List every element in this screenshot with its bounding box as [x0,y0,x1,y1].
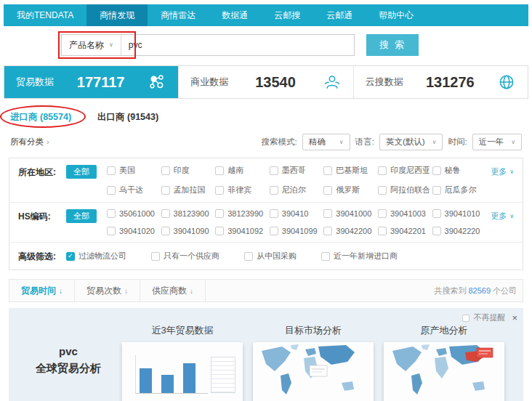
card-origin-analysis[interactable]: 原产地分析 [384,324,504,401]
tab-exporters[interactable]: 出口商 (91543) [97,111,158,123]
tendata-page: 我的TENDATA 商情发现 商情雷达 数据通 云邮搜 云邮通 帮助中心 产品名… [0,4,532,401]
search-input[interactable] [121,35,354,55]
tab-label: 进口商 (85574) [10,112,71,122]
advanced-option-sourced-from-china[interactable]: 从中国采购 [244,251,297,262]
nav-item-cloud-mail-search[interactable]: 云邮搜 [261,4,313,26]
search-button[interactable]: 搜 索 [366,34,419,56]
hs-code-more-link[interactable]: 更多 [491,209,514,222]
time-select[interactable]: 近一年 [472,134,522,150]
nav-item-business-discovery[interactable]: 商情发现 [86,4,148,26]
hs-code-option[interactable]: 39041090 [161,227,213,235]
chart-y-axis [135,355,136,394]
option-label: 过滤物流公司 [78,251,126,262]
checkbox-icon [270,227,278,235]
region-option[interactable]: 美国 [107,165,158,176]
option-label: 39041000 [336,209,371,218]
hs-code-option[interactable]: 39041020 [107,227,158,235]
region-option[interactable]: 菲律宾 [215,185,267,195]
advanced-option-single-supplier[interactable]: 只有一个供应商 [151,251,219,262]
region-option[interactable]: 乌干达 [107,185,158,195]
sort-label: 供应商数 [152,285,187,296]
search-field-type-select[interactable]: 产品名称 [62,35,121,55]
hs-code-option[interactable]: 39041003 [378,209,430,218]
advanced-options: 过滤物流公司 只有一个供应商 从中国采购 近一年新增进口商 [66,249,514,262]
nav-item-help-center[interactable]: 帮助中心 [366,4,427,26]
region-option[interactable]: 秘鲁 [432,165,484,176]
option-label: 从中国采购 [257,251,297,262]
hs-code-option[interactable]: 39041099 [270,227,321,235]
hs-code-option[interactable]: 38123900 [161,209,213,218]
region-option[interactable]: 尼泊尔 [270,185,321,195]
checkbox-icon [107,186,116,195]
chart-x-axis [135,393,208,394]
dismiss-reminder[interactable]: 不再提醒 × [462,312,517,323]
stat-label: 贸易数据 [16,76,54,89]
chevron-down-icon [509,214,514,219]
close-icon[interactable]: × [512,313,517,323]
region-option[interactable]: 巴基斯坦 [323,165,375,176]
option-label: 近一年新增进口商 [334,251,398,262]
nav-item-business-radar[interactable]: 商情雷达 [148,4,209,26]
region-all-button[interactable]: 全部 [66,165,97,179]
sort-supplier-count[interactable]: 供应商数 [140,280,206,302]
advanced-option-new-importers[interactable]: 近一年新增进口商 [321,251,398,262]
filter-panel: 所在地区: 全部 美国 印度 越南 墨西哥 巴基斯坦 印度尼西亚 秘鲁 乌干达 … [9,158,523,270]
option-label: 印度 [174,165,190,176]
hs-code-option[interactable]: 39042220 [432,227,484,235]
chevron-down-icon [109,42,113,48]
nav-item-cloud-mail[interactable]: 云邮通 [313,4,366,26]
search-mode-select[interactable]: 精确 [302,134,350,150]
option-label: 39042201 [390,227,426,235]
stat-cloud-search-data[interactable]: 云搜数据 131276 [354,66,528,98]
region-option[interactable]: 印度 [161,165,213,176]
hs-code-option[interactable]: 39042200 [323,227,375,235]
tab-importers[interactable]: 进口商 (85574) [10,111,71,123]
region-option[interactable]: 孟加拉国 [161,185,213,195]
hs-code-option[interactable]: 390410 [270,209,321,218]
advanced-option-filter-logistics[interactable]: 过滤物流公司 [66,251,126,262]
card-trade-data-3years[interactable]: 近3年贸易数据 [122,324,243,401]
hs-code-filter-label: HS编码: [18,209,66,223]
stat-trade-data[interactable]: 贸易数据 177117 [4,66,179,98]
hs-code-option[interactable]: 38123990 [215,209,267,218]
region-option[interactable]: 越南 [215,165,267,176]
stat-label: 云搜数据 [366,76,403,89]
tab-label: 出口商 (91543) [97,112,158,122]
checkbox-icon [378,166,387,175]
chevron-down-icon [339,139,344,145]
region-more-link[interactable]: 更多 [491,165,514,177]
banner-title: pvc 全球贸易分析 [15,324,122,377]
nav-item-my-tendata[interactable]: 我的TENDATA [4,4,86,26]
sort-trade-count[interactable]: 贸易次数 [75,280,140,302]
all-categories-link[interactable]: 所有分类› [10,137,49,147]
card-title: 目标市场分析 [253,324,374,337]
nav-item-data-pass[interactable]: 数据通 [209,4,261,26]
card-target-market[interactable]: 目标市场分析 [253,324,374,401]
hs-code-option[interactable]: 35061000 [107,209,158,218]
hs-code-option[interactable]: 39042201 [378,227,430,235]
hs-code-option[interactable]: 39041092 [215,227,267,235]
language-select[interactable]: 英文(默认) [379,134,443,150]
region-option[interactable]: 俄罗斯 [323,185,375,195]
sort-trade-time[interactable]: 贸易时间 [9,280,75,302]
hs-code-options: 35061000 38123900 38123990 390410 390410… [107,209,483,235]
card-title: 原产地分析 [384,324,504,337]
checkbox-icon[interactable] [462,315,469,322]
sort-label: 贸易时间 [21,285,56,296]
hs-code-all-button[interactable]: 全部 [66,209,97,223]
chevron-right-icon: › [47,137,49,146]
hs-code-option[interactable]: 39041010 [432,209,484,218]
search-box: 产品名称 [61,34,355,56]
region-option[interactable]: 墨西哥 [270,165,321,176]
option-label: 35061000 [119,209,155,218]
region-option[interactable]: 阿拉伯联合酋... [378,185,430,195]
region-option[interactable]: 厄瓜多尔 [432,185,484,195]
stat-business-data[interactable]: 商业数据 13540 [179,66,353,98]
stat-value: 13540 [255,74,296,91]
hs-code-filter-row: HS编码: 全部 35061000 38123900 38123990 3904… [9,203,523,243]
checkbox-icon [432,209,441,218]
checkbox-icon [378,209,387,218]
region-option[interactable]: 印度尼西亚 [378,165,430,176]
option-label: 39041092 [227,227,263,235]
hs-code-option[interactable]: 39041000 [323,209,375,218]
